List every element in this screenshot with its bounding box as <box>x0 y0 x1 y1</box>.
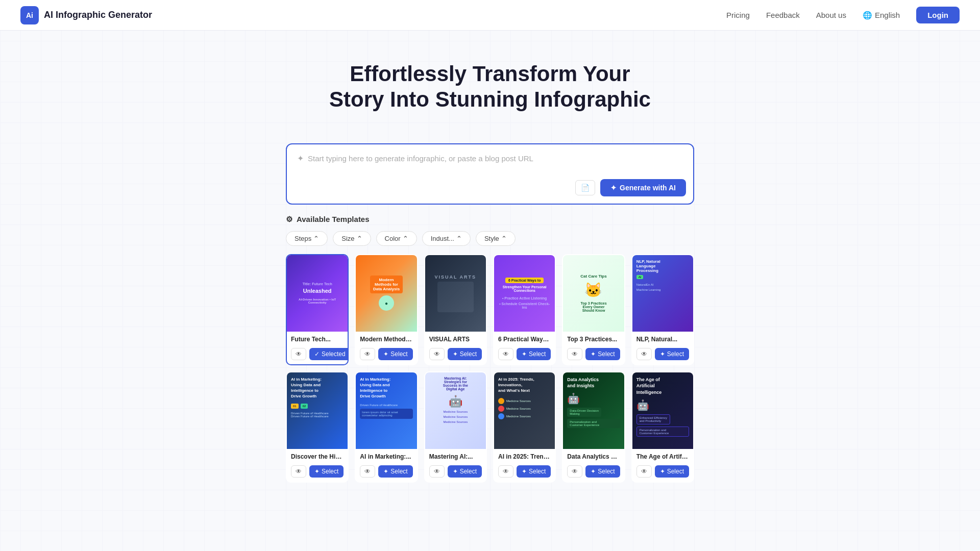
section-header: ⚙ Available Templates <box>286 215 694 224</box>
nav-pricing[interactable]: Pricing <box>726 11 750 19</box>
filter-color[interactable]: Color ⌃ <box>376 231 417 246</box>
filter-industry[interactable]: Indust... ⌃ <box>422 231 471 246</box>
template-title-1: Future Tech... <box>291 336 344 343</box>
sparkle-icon: ✦ <box>297 154 304 163</box>
input-actions: 📄 ✦ Generate with AI <box>575 179 686 196</box>
template-card-7[interactable]: AI in Marketing:Using Data andIntelligen… <box>286 371 349 483</box>
sparkle-icon-btn: ✦ <box>591 350 596 358</box>
filter-style[interactable]: Style ⌃ <box>476 231 516 246</box>
template-card-11[interactable]: Data Analyticsand Insights 🤖 Data-Driven… <box>562 371 625 483</box>
select-btn-10[interactable]: ✦ Select <box>517 465 551 478</box>
template-thumb-9: Mastering AI:Strategies forSuccess in th… <box>425 372 486 449</box>
template-card-4[interactable]: 6 Practical Ways to Strengthen Your Pers… <box>493 254 556 365</box>
preview-btn-1[interactable]: 👁 <box>291 348 306 360</box>
select-btn-11[interactable]: ✦ Select <box>585 465 620 478</box>
templates-section: ⚙ Available Templates Steps ⌃ Size ⌃ Col… <box>286 215 694 483</box>
template-actions-12: 👁 ✦ Select <box>632 465 693 482</box>
template-card-8[interactable]: AI in Marketing:Using Data andIntelligen… <box>355 371 418 483</box>
nav-about[interactable]: About us <box>816 11 846 19</box>
preview-btn-2[interactable]: 👁 <box>360 348 375 360</box>
select-btn-12[interactable]: ✦ Select <box>655 465 689 478</box>
template-card-2[interactable]: ModernMethods forData Analysis ● Modern … <box>355 254 418 365</box>
preview-btn-5[interactable]: 👁 <box>567 348 582 360</box>
template-actions-3: 👁 ✦ Select <box>425 348 486 364</box>
template-actions-6: 👁 ✦ Select <box>632 348 693 364</box>
filter-size[interactable]: Size ⌃ <box>333 231 371 246</box>
template-thumb-4: 6 Practical Ways to Strengthen Your Pers… <box>494 255 555 332</box>
select-btn-8[interactable]: ✦ Select <box>378 465 412 478</box>
select-btn-1[interactable]: ✓ Selected <box>309 348 349 360</box>
template-info-4: 6 Practical Ways t... <box>494 332 555 348</box>
logo-link[interactable]: Ai AI Infographic Generator <box>20 6 152 24</box>
template-actions-9: 👁 ✦ Select <box>425 465 486 482</box>
template-thumb-1: Title: Future Tech Unleashed AI-Driven I… <box>287 255 348 332</box>
preview-btn-9[interactable]: 👁 <box>429 465 445 478</box>
preview-btn-3[interactable]: 👁 <box>429 348 445 360</box>
template-title-2: Modern Methods f... <box>360 336 412 343</box>
preview-btn-8[interactable]: 👁 <box>360 465 375 478</box>
file-upload-button[interactable]: 📄 <box>575 180 595 195</box>
template-title-6: NLP, Natural... <box>636 336 689 343</box>
filter-bar: Steps ⌃ Size ⌃ Color ⌃ Indust... ⌃ Style… <box>286 231 694 246</box>
template-info-3: VISUAL ARTS <box>425 332 486 348</box>
chevron-icon: ⌃ <box>501 235 507 242</box>
template-title-10: AI in 2025: Trends,... <box>498 453 551 460</box>
input-box[interactable]: ✦ Start typing here to generate infograp… <box>286 143 694 205</box>
template-card-10[interactable]: AI in 2025: Trends,Innovations,and What'… <box>493 371 556 483</box>
template-card-1[interactable]: Title: Future Tech Unleashed AI-Driven I… <box>286 254 349 365</box>
hero-section: Effortlessly Transform Your Story Into S… <box>0 31 980 143</box>
filter-steps[interactable]: Steps ⌃ <box>286 231 328 246</box>
input-section: ✦ Start typing here to generate infograp… <box>286 143 694 205</box>
template-thumb-10: AI in 2025: Trends,Innovations,and What'… <box>494 372 555 449</box>
navbar: Ai AI Infographic Generator Pricing Feed… <box>0 0 980 31</box>
logo-icon: Ai <box>20 6 39 24</box>
template-title-3: VISUAL ARTS <box>429 336 482 343</box>
preview-btn-4[interactable]: 👁 <box>498 348 513 360</box>
select-btn-5[interactable]: ✦ Select <box>585 348 620 360</box>
template-actions-7: 👁 ✦ Select <box>287 465 348 482</box>
sparkle-icon-btn: ✦ <box>383 350 388 358</box>
template-card-9[interactable]: Mastering AI:Strategies forSuccess in th… <box>424 371 487 483</box>
template-thumb-3: VISUAL ARTS <box>425 255 486 332</box>
template-grid-row2: AI in Marketing:Using Data andIntelligen… <box>286 371 694 483</box>
template-card-3[interactable]: VISUAL ARTS VISUAL ARTS 👁 ✦ Select <box>424 254 487 365</box>
generate-button[interactable]: ✦ Generate with AI <box>600 179 686 196</box>
login-button[interactable]: Login <box>916 7 960 23</box>
template-thumb-12: The Age ofArtificialIntelligence 🤖 Enhan… <box>632 372 693 449</box>
file-icon: 📄 <box>581 184 590 192</box>
sparkle-icon-btn: ✦ <box>522 350 527 358</box>
select-btn-2[interactable]: ✦ Select <box>378 348 412 360</box>
template-info-12: The Age of Artificia... <box>632 449 693 465</box>
section-title: Available Templates <box>297 215 370 223</box>
template-actions-1: 👁 ✓ Selected <box>287 348 348 364</box>
select-btn-3[interactable]: ✦ Select <box>448 348 482 360</box>
template-title-5: Top 3 Practices... <box>567 336 620 343</box>
template-card-6[interactable]: NLP, NaturalLanguageProcessing AI Natura… <box>631 254 694 365</box>
sparkle-icon-btn: ✦ <box>383 468 388 475</box>
preview-btn-12[interactable]: 👁 <box>636 465 652 478</box>
template-title-12: The Age of Artificia... <box>636 453 689 460</box>
template-title-9: Mastering AI:... <box>429 453 482 460</box>
select-btn-6[interactable]: ✦ Select <box>655 348 689 360</box>
template-info-7: Discover the Hidde... <box>287 449 348 465</box>
language-selector[interactable]: 🌐 English <box>863 11 900 20</box>
template-card-5[interactable]: Cat Care Tips 🐱 Top 3 PracticesEvery Own… <box>562 254 625 365</box>
template-card-12[interactable]: The Age ofArtificialIntelligence 🤖 Enhan… <box>631 371 694 483</box>
preview-btn-6[interactable]: 👁 <box>636 348 652 360</box>
preview-btn-11[interactable]: 👁 <box>567 465 582 478</box>
select-btn-9[interactable]: ✦ Select <box>448 465 482 478</box>
select-btn-7[interactable]: ✦ Select <box>309 465 344 478</box>
nav-feedback[interactable]: Feedback <box>766 11 800 19</box>
template-actions-8: 👁 ✦ Select <box>356 465 416 482</box>
template-info-6: NLP, Natural... <box>632 332 693 348</box>
template-thumb-5: Cat Care Tips 🐱 Top 3 PracticesEvery Own… <box>563 255 624 332</box>
preview-btn-7[interactable]: 👁 <box>291 465 306 478</box>
template-title-11: Data Analytics and... <box>567 453 620 460</box>
brand-name: AI Infographic Generator <box>44 10 152 20</box>
template-title-7: Discover the Hidde... <box>291 453 344 460</box>
select-btn-4[interactable]: ✦ Select <box>517 348 551 360</box>
template-icon: ⚙ <box>286 215 292 224</box>
template-thumb-8: AI in Marketing:Using Data andIntelligen… <box>356 372 416 449</box>
preview-btn-10[interactable]: 👁 <box>498 465 513 478</box>
template-info-10: AI in 2025: Trends,... <box>494 449 555 465</box>
